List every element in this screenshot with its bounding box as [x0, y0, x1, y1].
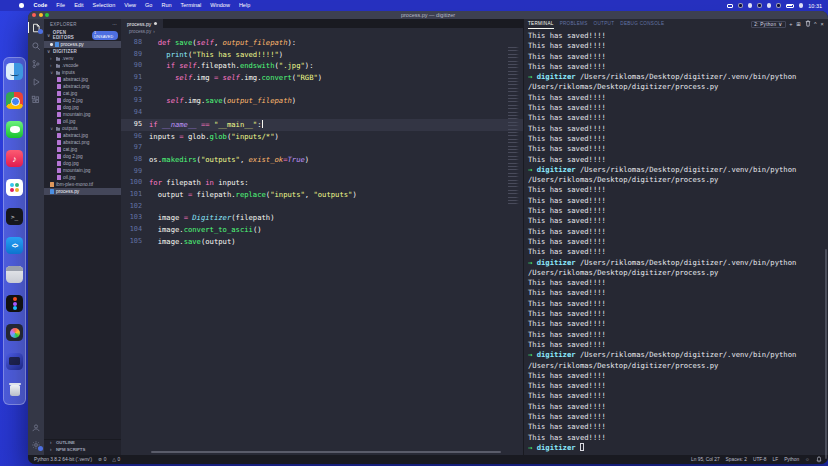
window-titlebar[interactable]: process.py — digitizer: [28, 11, 828, 19]
dock-item-finder[interactable]: [6, 63, 23, 80]
tree-item-dog-jpg[interactable]: dog.jpg: [44, 160, 121, 167]
menu-extra-icon[interactable]: [776, 3, 781, 8]
tree-item-abstract-png[interactable]: abstract.png: [44, 139, 121, 146]
control-center-icon[interactable]: [799, 3, 804, 8]
menu-item-file[interactable]: File: [52, 0, 70, 11]
status-interpreter[interactable]: Python 3.8.2 64-bit ('.venv'): [34, 457, 92, 462]
dock-item-chrome[interactable]: [6, 92, 23, 109]
open-editor-item[interactable]: process.py: [44, 41, 121, 48]
code-line-102[interactable]: 102: [121, 201, 523, 213]
source-control-icon[interactable]: [31, 58, 42, 69]
account-icon[interactable]: [31, 422, 42, 433]
menu-item-terminal[interactable]: Terminal: [176, 0, 206, 11]
tree-item-oil-jpg[interactable]: oil.jpg: [44, 118, 121, 125]
tree-item-abstract-png[interactable]: abstract.png: [44, 83, 121, 90]
breadcrumb-file[interactable]: process.py: [129, 29, 151, 34]
tree-item--vscode[interactable]: ›.vscode: [44, 62, 121, 69]
status-warnings[interactable]: △0: [112, 457, 120, 462]
code-line-98[interactable]: 98os.makedirs("outputs", exist_ok=True): [121, 154, 523, 166]
tree-item-outputs[interactable]: ∨outputs: [44, 125, 121, 132]
dock-item-trash[interactable]: [6, 382, 23, 399]
code-line-105[interactable]: 105 image.save(output): [121, 236, 523, 248]
menu-item-selection[interactable]: Selection: [88, 0, 120, 11]
code-editor[interactable]: 88 def save(self, output_filepath):89 pr…: [121, 35, 523, 455]
menu-extra-icon[interactable]: [767, 3, 772, 8]
status-cursor-position[interactable]: Ln 95, Col 27: [691, 457, 720, 462]
open-editors-header[interactable]: ∨ OPEN EDITORS 1 UNSAVED: [44, 29, 121, 41]
dock-item-slack[interactable]: [6, 179, 23, 196]
status-language-mode[interactable]: Python: [784, 457, 799, 462]
menu-item-help[interactable]: Help: [234, 0, 254, 11]
dock-item-messages[interactable]: [6, 121, 23, 138]
menu-item-window[interactable]: Window: [206, 0, 235, 11]
code-line-103[interactable]: 103 image = Digitizer(filepath): [121, 212, 523, 224]
run-debug-icon[interactable]: [31, 76, 42, 87]
dock-item-media[interactable]: [6, 324, 23, 341]
display-icon[interactable]: [727, 4, 733, 8]
panel-tab-problems[interactable]: PROBLEMS: [560, 19, 588, 29]
code-line-91[interactable]: 91 self.img = self.img.convert("RGB"): [121, 72, 523, 84]
code-line-90[interactable]: 90 if self.filepath.endswith(".jpg"):: [121, 60, 523, 72]
menu-extra-icon[interactable]: [757, 3, 762, 8]
tree-item-dog-2-jpg[interactable]: dog 2.jpg: [44, 97, 121, 104]
menu-item-run[interactable]: Run: [157, 0, 176, 11]
search-icon[interactable]: [31, 40, 42, 51]
tree-item-dog-2-jpg[interactable]: dog 2.jpg: [44, 153, 121, 160]
menu-item-app[interactable]: Code: [29, 0, 52, 11]
maximize-panel-icon[interactable]: ^: [814, 21, 817, 27]
tree-item-oil-jpg[interactable]: oil.jpg: [44, 174, 121, 181]
code-line-92[interactable]: 92: [121, 84, 523, 96]
dock-item-window-thumb[interactable]: [6, 353, 23, 370]
tree-item-mountain-jpg[interactable]: mountain.jpg: [44, 167, 121, 174]
kill-terminal-icon[interactable]: [805, 20, 811, 28]
code-line-95[interactable]: 95if __name__ == "__main__":: [121, 119, 523, 131]
extensions-icon[interactable]: [31, 94, 42, 105]
dock-item-terminal[interactable]: >_: [6, 208, 23, 225]
tree-item-inputs[interactable]: ∨inputs: [44, 69, 121, 76]
code-line-100[interactable]: 100for filepath in inputs:: [121, 177, 523, 189]
code-line-94[interactable]: 94: [121, 107, 523, 119]
panel-tab-terminal[interactable]: TERMINAL: [528, 19, 554, 29]
close-panel-icon[interactable]: ×: [820, 21, 824, 27]
tree-item-dog-jpg[interactable]: dog.jpg: [44, 104, 121, 111]
workspace-header[interactable]: ∨ DIGITIZER: [44, 48, 121, 55]
tree-item-mountain-jpg[interactable]: mountain.jpg: [44, 111, 121, 118]
dock-item-music[interactable]: ♪: [6, 150, 23, 167]
code-line-99[interactable]: 99: [121, 166, 523, 178]
panel-tab-debug-console[interactable]: DEBUG CONSOLE: [620, 19, 664, 29]
tree-item-cat-jpg[interactable]: cat.jpg: [44, 146, 121, 153]
tree-item-abstract-jpg[interactable]: abstract.jpg: [44, 132, 121, 139]
status-encoding[interactable]: UTF-8: [753, 457, 767, 462]
dock-item-notes[interactable]: [6, 266, 23, 283]
settings-gear-icon[interactable]: [31, 439, 42, 450]
code-line-88[interactable]: 88 def save(self, output_filepath):: [121, 37, 523, 49]
dock-item-figma[interactable]: [6, 295, 23, 312]
menu-extra-icon[interactable]: [748, 3, 753, 8]
new-terminal-icon[interactable]: +: [789, 21, 793, 27]
modified-dot-icon[interactable]: [154, 22, 157, 25]
feedback-smiley-icon[interactable]: ☺: [805, 457, 810, 462]
status-indentation[interactable]: Spaces: 2: [726, 457, 747, 462]
status-errors[interactable]: ⊘0: [98, 457, 106, 462]
code-line-101[interactable]: 101 output = filepath.replace("inputs", …: [121, 189, 523, 201]
menu-item-go[interactable]: Go: [141, 0, 157, 11]
panel-tab-output[interactable]: OUTPUT: [594, 19, 615, 29]
dock-item-vscode[interactable]: <>: [6, 237, 23, 254]
tree-item--venv[interactable]: ›.venv: [44, 55, 121, 62]
code-line-89[interactable]: 89 print("This has saved!!!!"): [121, 49, 523, 61]
menu-item-view[interactable]: View: [120, 0, 141, 11]
breadcrumb[interactable]: process.py ›: [121, 28, 523, 35]
tree-item-abstract-jpg[interactable]: abstract.jpg: [44, 76, 121, 83]
terminal-output[interactable]: This has saved!!!!This has saved!!!!This…: [524, 29, 828, 455]
explorer-icon[interactable]: [31, 22, 42, 33]
tree-item-ibm-plex-mono-ttf[interactable]: ibm-plex-mono.ttf: [44, 181, 121, 188]
tree-item-cat-jpg[interactable]: cat.jpg: [44, 90, 121, 97]
section-npm-scripts[interactable]: ›NPM SCRIPTS: [44, 447, 121, 454]
shell-selector[interactable]: 2: Python ∨: [751, 21, 785, 28]
explorer-more-actions-icon[interactable]: ⋯: [112, 22, 117, 27]
tab-process-py[interactable]: process.py: [121, 19, 163, 28]
terminal-scrollbar[interactable]: [825, 249, 828, 459]
split-terminal-icon[interactable]: ⊞: [796, 21, 801, 27]
code-line-104[interactable]: 104 image.convert_to_ascii(): [121, 224, 523, 236]
horizontal-scrollbar[interactable]: [151, 451, 501, 454]
